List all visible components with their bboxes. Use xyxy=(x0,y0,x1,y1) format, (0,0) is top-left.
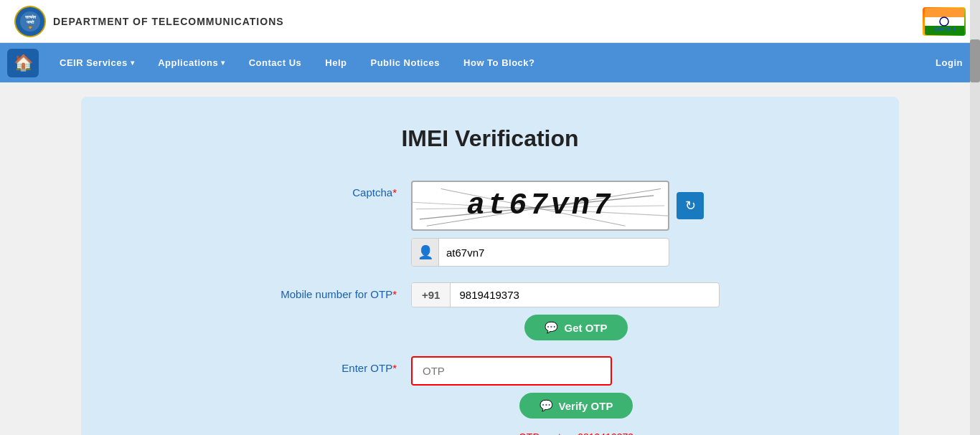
scrollbar-thumb[interactable] xyxy=(970,39,980,82)
nav-how-to-block[interactable]: How to Block? xyxy=(453,52,545,74)
otp-label: Enter OTP* xyxy=(239,356,397,374)
govt-logo: सत्यमेव जयते 🦁 xyxy=(14,6,46,37)
refresh-icon: ↻ xyxy=(685,198,696,214)
logo-area: सत्यमेव जयते 🦁 Department of Telecommuni… xyxy=(14,6,284,37)
get-otp-button[interactable]: 💬 Get OTP xyxy=(524,315,627,340)
mobile-input-row: +91 xyxy=(411,282,720,307)
otp-input-wrap xyxy=(411,356,612,386)
captcha-input-row: 👤 xyxy=(411,238,669,267)
svg-text:सत्यमेव: सत्यमेव xyxy=(24,14,37,19)
captcha-row: Captcha* at67vn7 ↻ xyxy=(239,181,741,267)
navbar: 🏠 CEIR Services ▾ Applications ▾ Contact… xyxy=(0,43,980,82)
otp-input[interactable] xyxy=(413,358,611,384)
page-title: IMEI Verification xyxy=(95,125,885,152)
form-section: Captcha* at67vn7 ↻ xyxy=(239,181,741,435)
mobile-label: Mobile number for OTP* xyxy=(239,282,397,300)
chat-icon-verify-otp: 💬 xyxy=(540,399,553,412)
header-right: SWACHH xyxy=(923,7,966,36)
nav-public-notices[interactable]: Public Notices xyxy=(360,52,450,74)
verify-otp-button[interactable]: 💬 Verify OTP xyxy=(519,393,633,419)
captcha-controls: at67vn7 ↻ 👤 xyxy=(411,181,741,267)
nav-ceir-services[interactable]: CEIR Services ▾ xyxy=(50,52,144,74)
svg-text:जयते: जयते xyxy=(26,19,34,24)
refresh-captcha-button[interactable]: ↻ xyxy=(677,192,704,219)
otp-sent-text: OTP sent on 9819419373 xyxy=(411,431,741,435)
person-icon: 👤 xyxy=(412,239,439,266)
top-header: सत्यमेव जयते 🦁 Department of Telecommuni… xyxy=(0,0,980,43)
svg-text:SWACHH: SWACHH xyxy=(933,27,955,32)
dept-name: Department of Telecommunications xyxy=(53,16,284,27)
applications-chevron-icon: ▾ xyxy=(221,59,225,67)
mobile-input[interactable] xyxy=(451,283,719,307)
captcha-display-text: at67vn7 xyxy=(467,188,613,223)
verify-otp-button-row: 💬 Verify OTP xyxy=(411,393,741,419)
otp-row: Enter OTP* 💬 Verify OTP OTP sent on 9819… xyxy=(239,356,741,435)
main-content: IMEI Verification Captcha* xyxy=(81,97,899,435)
nav-applications[interactable]: Applications ▾ xyxy=(148,52,235,74)
nav-contact-us[interactable]: Contact Us xyxy=(239,52,312,74)
scrollbar[interactable] xyxy=(970,0,980,435)
login-button[interactable]: Login xyxy=(925,52,973,74)
swachh-logo: SWACHH xyxy=(923,7,966,36)
svg-text:🦁: 🦁 xyxy=(28,25,33,30)
captcha-image: at67vn7 xyxy=(411,181,669,231)
country-code: +91 xyxy=(412,283,451,307)
captcha-label: Captcha* xyxy=(239,181,397,199)
home-button[interactable]: 🏠 xyxy=(7,49,39,77)
captcha-input[interactable] xyxy=(439,241,669,264)
chat-icon-get-otp: 💬 xyxy=(545,321,558,334)
captcha-image-row: at67vn7 ↻ xyxy=(411,181,741,231)
get-otp-button-row: 💬 Get OTP xyxy=(411,315,741,340)
nav-help[interactable]: Help xyxy=(315,52,357,74)
otp-controls: 💬 Verify OTP OTP sent on 9819419373 OTP … xyxy=(411,356,741,435)
mobile-row: Mobile number for OTP* +91 💬 Get OTP xyxy=(239,282,741,340)
ceir-chevron-icon: ▾ xyxy=(131,59,135,67)
mobile-controls: +91 💬 Get OTP xyxy=(411,282,741,340)
